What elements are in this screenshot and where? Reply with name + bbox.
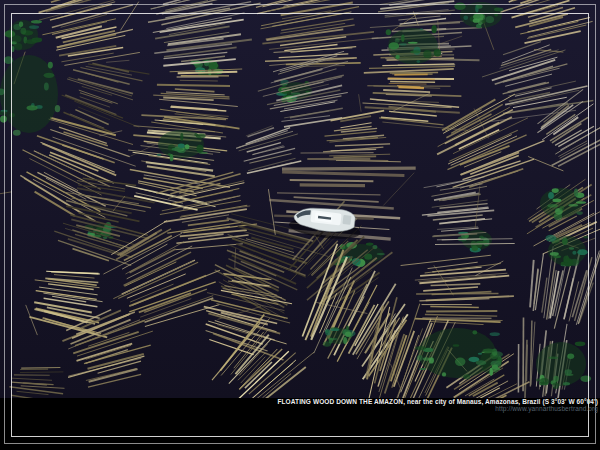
wallpaper: FLOATING WOOD DOWN THE AMAZON, near the … <box>0 0 600 450</box>
photo-area <box>0 0 600 398</box>
photo-caption: FLOATING WOOD DOWN THE AMAZON, near the … <box>277 398 598 405</box>
aerial-photo <box>0 0 600 398</box>
photo-credit-url: http://www.yannarthusbertrand.org <box>277 405 598 412</box>
caption-bar: FLOATING WOOD DOWN THE AMAZON, near the … <box>277 398 598 412</box>
